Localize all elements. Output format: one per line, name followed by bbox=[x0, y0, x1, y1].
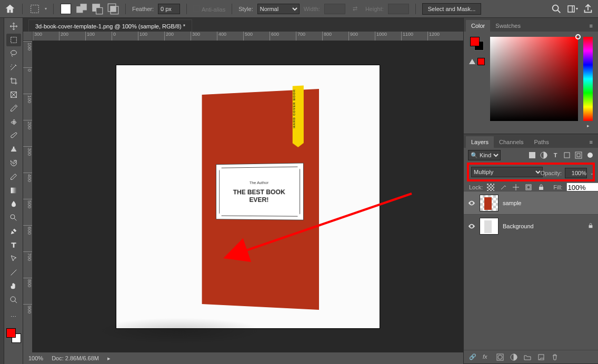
canvas-viewport[interactable]: HARD COVER BOOK The Author THE BEST BOOK… bbox=[33, 41, 463, 352]
svg-rect-5 bbox=[96, 7, 103, 14]
lock-image-icon[interactable] bbox=[500, 184, 507, 191]
gradient-tool-icon[interactable] bbox=[6, 184, 21, 197]
left-dock-strip[interactable] bbox=[0, 18, 4, 364]
lock-position-icon[interactable] bbox=[512, 184, 520, 191]
search-icon[interactable] bbox=[551, 3, 562, 15]
width-input bbox=[324, 4, 345, 14]
workspace-icon[interactable]: ▾ bbox=[566, 3, 578, 15]
tab-layers[interactable]: Layers bbox=[466, 136, 494, 148]
antialias-checkbox: Anti-alias bbox=[193, 5, 225, 13]
tab-color[interactable]: Color bbox=[466, 20, 490, 32]
hand-tool-icon[interactable] bbox=[6, 280, 21, 292]
lock-icon[interactable] bbox=[587, 223, 594, 230]
document-tab[interactable]: 3d-book-cover-template-1.png @ 100% (sam… bbox=[28, 19, 192, 32]
status-bar: 100% Doc: 2.86M/6.68M ▸ bbox=[23, 352, 463, 364]
layer-thumbnail[interactable] bbox=[480, 195, 499, 211]
color-fg-bg-icon[interactable] bbox=[470, 37, 484, 50]
frame-tool-icon[interactable] bbox=[6, 88, 21, 101]
filter-pixel-icon[interactable] bbox=[529, 151, 536, 159]
clone-stamp-tool-icon[interactable] bbox=[6, 143, 21, 156]
svg-point-21 bbox=[11, 215, 15, 219]
svg-rect-19 bbox=[13, 119, 15, 124]
type-tool-icon[interactable] bbox=[6, 239, 21, 251]
filter-shape-icon[interactable] bbox=[563, 151, 571, 159]
layer-mask-icon[interactable] bbox=[496, 353, 504, 361]
panel-menu-icon[interactable]: ≡ bbox=[586, 20, 596, 32]
zoom-level[interactable]: 100% bbox=[28, 355, 43, 361]
lock-artboard-icon[interactable] bbox=[525, 184, 532, 191]
layer-thumbnail[interactable] bbox=[480, 218, 499, 235]
selection-new-icon[interactable] bbox=[60, 3, 72, 15]
move-tool-icon[interactable] bbox=[6, 20, 21, 33]
opacity-input[interactable] bbox=[565, 168, 587, 178]
panel-menu-icon[interactable]: ≡ bbox=[586, 136, 596, 148]
selection-add-icon[interactable] bbox=[76, 3, 87, 15]
layer-name[interactable]: sample bbox=[503, 200, 521, 206]
eraser-tool-icon[interactable] bbox=[6, 170, 21, 183]
hue-chevron-icon[interactable]: ▸ bbox=[583, 123, 593, 128]
svg-rect-1 bbox=[61, 4, 71, 14]
layer-name[interactable]: Background bbox=[503, 223, 534, 229]
path-select-tool-icon[interactable] bbox=[6, 252, 21, 265]
filter-adjust-icon[interactable] bbox=[540, 151, 547, 159]
delete-layer-icon[interactable] bbox=[551, 353, 559, 361]
svg-line-25 bbox=[15, 301, 17, 303]
fg-bg-color-icon[interactable] bbox=[6, 328, 21, 343]
group-icon[interactable] bbox=[524, 353, 531, 361]
layer-item-background[interactable]: Background bbox=[464, 214, 598, 237]
blur-tool-icon[interactable] bbox=[6, 198, 21, 210]
filter-type-icon[interactable]: T bbox=[552, 151, 559, 159]
marquee-tool-icon[interactable] bbox=[6, 34, 21, 46]
selection-subtract-icon[interactable] bbox=[92, 3, 103, 15]
layer-item-sample[interactable]: sample bbox=[464, 191, 598, 214]
gamut-warning-icon[interactable] bbox=[469, 58, 485, 65]
crop-tool-icon[interactable] bbox=[6, 75, 21, 87]
hue-slider[interactable] bbox=[583, 37, 593, 121]
line-tool-icon[interactable] bbox=[6, 266, 21, 279]
svg-rect-13 bbox=[11, 37, 16, 43]
edit-toolbar-icon[interactable]: ⋯ bbox=[6, 310, 21, 323]
visibility-icon[interactable] bbox=[468, 223, 475, 230]
new-layer-icon[interactable] bbox=[537, 353, 545, 361]
select-and-mask-button[interactable]: Select and Mask... bbox=[422, 3, 482, 15]
blend-mode-select[interactable]: Multiply bbox=[471, 167, 543, 177]
canvas[interactable]: HARD COVER BOOK The Author THE BEST BOOK… bbox=[116, 65, 380, 328]
ruler-horizontal[interactable]: 3002001000100200300400500600700800900100… bbox=[33, 32, 463, 41]
style-select[interactable]: Normal bbox=[257, 4, 300, 14]
tab-swatches[interactable]: Swatches bbox=[490, 20, 526, 32]
ruler-vertical[interactable]: 1000100200300400500600700800900 bbox=[23, 41, 33, 352]
tab-channels[interactable]: Channels bbox=[494, 136, 529, 148]
marquee-tool-preset-icon[interactable] bbox=[29, 3, 41, 15]
dodge-tool-icon[interactable] bbox=[6, 211, 21, 224]
zoom-tool-icon[interactable] bbox=[6, 294, 21, 306]
color-field[interactable] bbox=[490, 37, 578, 121]
layer-filter-kind[interactable]: 🔍 KindKind bbox=[468, 150, 501, 160]
lock-transparency-icon[interactable] bbox=[487, 184, 494, 191]
link-layers-icon[interactable]: 🔗 bbox=[469, 353, 476, 361]
chevron-down-icon[interactable]: ⌄ bbox=[590, 171, 594, 176]
ruler-origin[interactable] bbox=[23, 32, 33, 41]
brush-tool-icon[interactable] bbox=[6, 129, 21, 142]
lock-all-icon[interactable] bbox=[537, 184, 545, 191]
lasso-tool-icon[interactable] bbox=[6, 47, 21, 60]
svg-rect-27 bbox=[529, 152, 535, 158]
pen-tool-icon[interactable] bbox=[6, 225, 21, 238]
selection-intersect-icon[interactable] bbox=[107, 3, 119, 15]
visibility-icon[interactable] bbox=[468, 199, 475, 207]
eyedropper-tool-icon[interactable] bbox=[6, 102, 21, 115]
tab-paths[interactable]: Paths bbox=[529, 136, 554, 148]
history-brush-tool-icon[interactable] bbox=[6, 157, 21, 169]
adjustment-layer-icon[interactable] bbox=[510, 353, 517, 361]
book-ribbon: HARD COVER BOOK bbox=[293, 86, 304, 144]
filter-toggle-icon[interactable] bbox=[586, 151, 594, 159]
magic-wand-tool-icon[interactable] bbox=[6, 61, 21, 74]
feather-input[interactable] bbox=[158, 4, 180, 14]
layer-fx-icon[interactable]: fx bbox=[483, 353, 490, 361]
healing-brush-tool-icon[interactable] bbox=[6, 116, 21, 128]
filter-smart-icon[interactable] bbox=[575, 151, 582, 159]
svg-rect-3 bbox=[81, 4, 87, 10]
share-icon[interactable] bbox=[582, 3, 594, 15]
home-icon[interactable] bbox=[4, 3, 16, 15]
svg-line-22 bbox=[14, 218, 16, 220]
status-chevron-icon[interactable]: ▸ bbox=[107, 355, 111, 362]
